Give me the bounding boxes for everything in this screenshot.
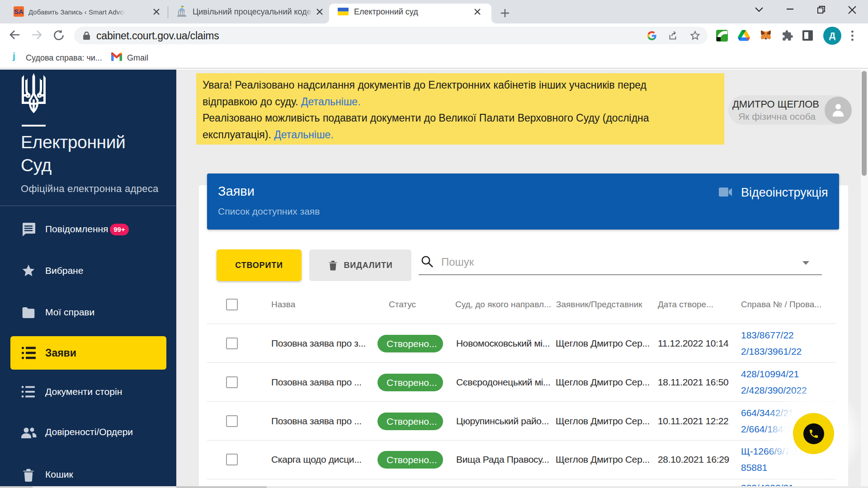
svg-text:SA: SA <box>14 8 24 15</box>
